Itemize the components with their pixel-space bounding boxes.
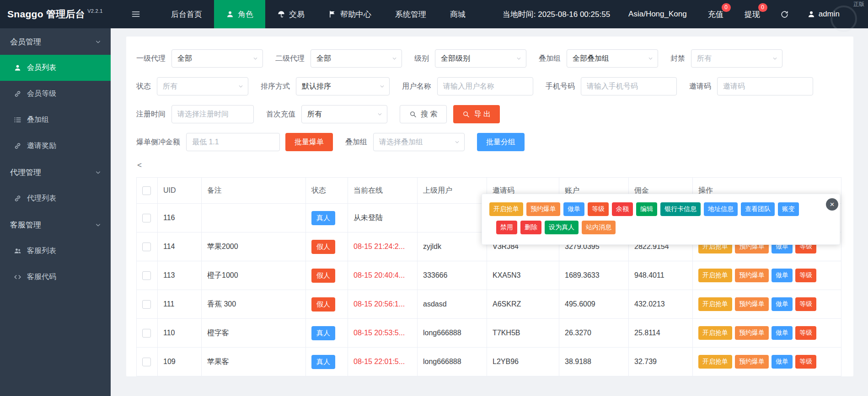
sidebar-item-1-4[interactable]: 邀请奖励 [0, 133, 111, 159]
sidebar-group-3[interactable]: 客服管理 [0, 211, 111, 238]
popup-action-button[interactable]: 设为真人 [545, 221, 579, 234]
row-action-4-button[interactable]: 等级 [795, 326, 816, 340]
sidebar-group-1[interactable]: 会员管理 [0, 28, 111, 55]
refresh-icon[interactable] [780, 10, 789, 19]
row-action-1-button[interactable]: 开启抢单 [698, 326, 732, 340]
filter-select[interactable]: 全部 [311, 49, 402, 68]
filter-row-2: 状态所有排序方式默认排序用户名称请输入用户名称手机号码请输入手机号码邀请码邀请码 [136, 77, 841, 95]
table-row: 109苹果客真人08-15 22:01:5...long666888L2YB96… [137, 348, 841, 376]
row-action-4-button[interactable]: 等级 [795, 355, 816, 369]
filter-select[interactable]: 所有 [157, 77, 248, 95]
chevron-down-icon [391, 56, 397, 62]
link-icon [14, 142, 21, 150]
batch-group-button[interactable]: 批量分组 [477, 133, 525, 151]
row-action-1-button[interactable]: 开启抢单 [698, 297, 732, 311]
overlay-group-select[interactable]: 请选择叠加组 [373, 133, 465, 151]
row-action-3-button[interactable]: 做单 [772, 326, 793, 340]
popup-action-button[interactable]: 编辑 [636, 202, 657, 216]
cell-online-value: 08-15 20:40:4... [354, 271, 405, 279]
recharge-label: 充值 [708, 10, 723, 19]
row-action-1-button[interactable]: 开启抢单 [698, 269, 732, 282]
search-button[interactable]: 搜 索 [400, 105, 447, 123]
filter-select[interactable]: 所有 [301, 105, 387, 123]
column-header: 备注 [202, 178, 306, 204]
row-action-2-button[interactable]: 预约爆单 [735, 297, 769, 311]
export-button[interactable]: 导 出 [453, 105, 499, 123]
collapse-arrow[interactable]: < [137, 161, 841, 170]
popup-action-button[interactable]: 银行卡信息 [660, 202, 701, 216]
cell-invite-code-value: T7KH5B [493, 329, 520, 337]
withdraw-link[interactable]: 提现 0 [745, 9, 760, 20]
topnav-item-1[interactable]: 后台首页 [159, 0, 214, 28]
filter-select[interactable]: 全部级别 [435, 49, 526, 68]
popup-actions: 开启抢单预约爆单做单等级余额编辑银行卡信息地址信息查看团队账变禁用删除设为真人站… [489, 202, 833, 234]
sidebar-item-2-1[interactable]: 代理列表 [0, 185, 111, 211]
cell-commission-value: 32.739 [634, 358, 657, 365]
row-checkbox[interactable] [142, 243, 151, 251]
filter-input[interactable]: 请选择注册时间 [171, 105, 254, 123]
user-icon [14, 64, 21, 72]
filter-select[interactable]: 所有 [691, 49, 782, 68]
sidebar-group-2[interactable]: 代理管理 [0, 159, 111, 185]
row-action-4-button[interactable]: 等级 [795, 297, 816, 311]
row-action-3-button[interactable]: 做单 [772, 355, 793, 369]
sidebar-item-1-3[interactable]: 叠加组 [0, 107, 111, 133]
row-checkbox[interactable] [142, 300, 151, 309]
row-checkbox[interactable] [142, 329, 151, 338]
cell-status: 假人 [306, 290, 348, 319]
filter-input[interactable]: 请输入手机号码 [581, 77, 677, 95]
popup-action-button[interactable]: 开启抢单 [489, 202, 523, 216]
sidebar-item-1-2[interactable]: 会员等级 [0, 81, 111, 107]
popup-action-button[interactable]: 地址信息 [704, 202, 738, 216]
filter-select[interactable]: 全部叠加组 [567, 49, 658, 68]
sidebar-item-3-2[interactable]: 客服代码 [0, 264, 111, 290]
popup-action-button[interactable]: 等级 [588, 202, 609, 216]
burst-amount-input[interactable]: 最低 1.1 [186, 133, 280, 151]
filter-label: 爆单侧冲金额 [136, 137, 180, 147]
topnav-item-2[interactable]: 角色 [214, 0, 265, 28]
row-action-2-button[interactable]: 预约爆单 [735, 269, 769, 282]
popup-action-button[interactable]: 站内消息 [582, 221, 616, 234]
admin-user[interactable]: admin [807, 10, 840, 19]
row-action-2-button[interactable]: 预约爆单 [735, 326, 769, 340]
topnav-item-4[interactable]: 帮助中心 [316, 0, 383, 28]
popup-action-button[interactable]: 查看团队 [741, 202, 775, 216]
popup-action-button[interactable]: 账变 [778, 202, 799, 216]
row-checkbox[interactable] [142, 358, 151, 366]
users-icon [14, 247, 21, 255]
filter-select[interactable]: 全部 [171, 49, 263, 68]
batch-burst-button[interactable]: 批量爆单 [285, 133, 333, 151]
row-action-4-button[interactable]: 等级 [795, 269, 816, 282]
sidebar-item-3-1[interactable]: 客服列表 [0, 238, 111, 264]
popup-action-button[interactable]: 禁用 [496, 221, 517, 234]
popup-action-button[interactable]: 余额 [612, 202, 633, 216]
recharge-link[interactable]: 充值 0 [708, 9, 723, 20]
row-action-3-button[interactable]: 做单 [772, 269, 793, 282]
filter-input[interactable]: 请输入用户名称 [437, 77, 533, 95]
chevron-down-icon [95, 38, 102, 45]
popup-action-button[interactable]: 预约爆单 [526, 202, 560, 216]
row-action-3-button[interactable]: 做单 [772, 297, 793, 311]
select-all-checkbox[interactable] [142, 186, 151, 195]
main-area: » 会员列表 添加会员 一级代理全部二级代理全部级别全部级别叠加组全部叠加组封禁… [111, 0, 868, 376]
popup-action-button[interactable]: 做单 [563, 202, 584, 216]
filter-select[interactable]: 默认排序 [296, 77, 390, 95]
filter-group: 状态所有 [136, 77, 248, 95]
row-action-2-button[interactable]: 预约爆单 [735, 355, 769, 369]
export-button-label: 导 出 [474, 110, 490, 119]
popup-close-button[interactable]: × [826, 198, 838, 211]
table-row: 110橙字客真人08-15 20:53:5...long666888T7KH5B… [137, 319, 841, 348]
row-checkbox[interactable] [142, 214, 151, 222]
row-action-1-button[interactable]: 开启抢单 [698, 355, 732, 369]
cell-online: 从未登陆 [348, 204, 418, 232]
topnav-item-3[interactable]: 交易 [265, 0, 316, 28]
row-checkbox[interactable] [142, 271, 151, 280]
cell-uid: 110 [158, 319, 202, 348]
topnav-item-5[interactable]: 系统管理 [383, 0, 438, 28]
sidebar-item-1-1[interactable]: 会员列表 [0, 55, 111, 81]
hamburger-menu-icon[interactable] [123, 0, 149, 28]
filter-input[interactable]: 邀请码 [717, 77, 813, 95]
popup-action-button[interactable]: 删除 [520, 221, 541, 234]
cell-commission-value: 25.8114 [634, 329, 660, 337]
topnav-item-6[interactable]: 商城 [438, 0, 477, 28]
